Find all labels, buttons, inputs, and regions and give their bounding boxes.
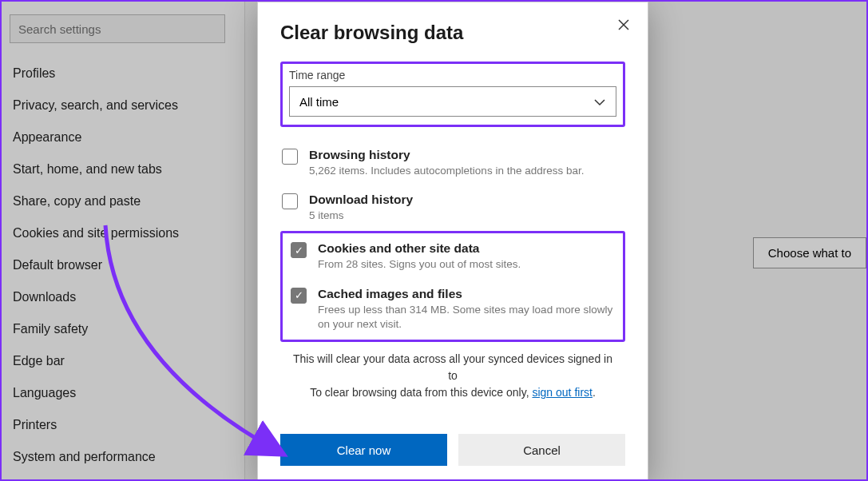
option-title: Cached images and files <box>318 287 615 301</box>
time-range-dropdown[interactable]: All time <box>289 86 616 117</box>
clear-now-button[interactable]: Clear now <box>280 434 447 466</box>
checkbox-browsing-history[interactable] <box>282 149 298 165</box>
checkbox-cookies[interactable]: ✓ <box>291 242 307 258</box>
clear-browsing-data-dialog: Clear browsing data Time range All time … <box>257 2 648 481</box>
option-cached[interactable]: ✓ Cached images and files Frees up less … <box>289 280 616 332</box>
option-sub: Frees up less than 314 MB. Some sites ma… <box>318 303 615 332</box>
chevron-down-icon <box>593 93 606 110</box>
option-cookies[interactable]: ✓ Cookies and other site data From 28 si… <box>289 238 616 280</box>
time-range-label: Time range <box>289 69 616 81</box>
option-title: Download history <box>309 193 413 207</box>
clear-options-list: Browsing history 5,262 items. Includes a… <box>280 141 625 349</box>
sign-out-link[interactable]: sign out first <box>532 386 592 399</box>
option-sub: 5,262 items. Includes autocompletions in… <box>309 164 584 178</box>
dialog-title: Clear browsing data <box>280 22 625 44</box>
option-sub: From 28 sites. Signs you out of most sit… <box>318 257 521 272</box>
close-icon[interactable] <box>612 14 635 36</box>
cancel-button[interactable]: Cancel <box>458 434 625 466</box>
checked-options-highlight: ✓ Cookies and other site data From 28 si… <box>280 231 625 342</box>
checkbox-download-history[interactable] <box>282 193 298 209</box>
dialog-buttons: Clear now Cancel <box>258 434 648 466</box>
time-range-value: All time <box>299 95 339 109</box>
option-browsing-history[interactable]: Browsing history 5,262 items. Includes a… <box>280 141 625 186</box>
option-title: Browsing history <box>309 148 584 162</box>
checkbox-cached[interactable]: ✓ <box>291 288 307 304</box>
sync-note: This will clear your data across all you… <box>280 349 625 411</box>
option-download-history[interactable]: Download history 5 items <box>280 186 625 231</box>
option-sub: 5 items <box>309 209 413 223</box>
option-title: Cookies and other site data <box>318 241 521 256</box>
time-range-highlight: Time range All time <box>280 62 625 127</box>
